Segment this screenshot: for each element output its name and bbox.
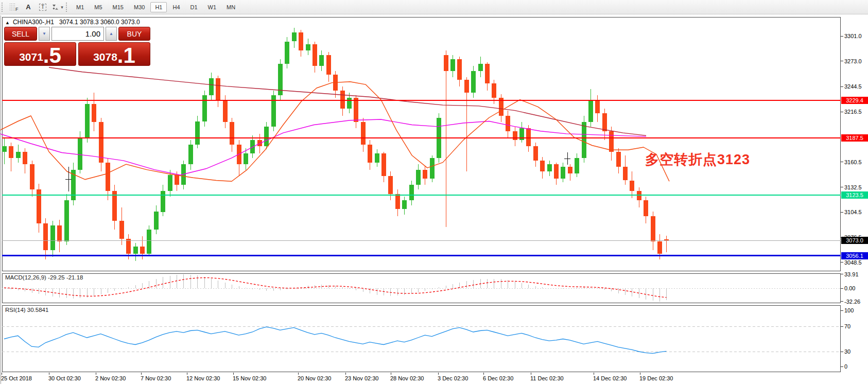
toolbar-grip[interactable]	[2, 3, 4, 12]
timeframe-button-H1[interactable]: H1	[150, 2, 167, 12]
bid-price-fraction: .5	[43, 46, 61, 65]
ohlc-readout: 3074.1 3078.3 3060.0 3073.0	[59, 19, 140, 26]
timeframe-button-M15[interactable]: M15	[108, 2, 128, 12]
timeframe-group: M1M5M15M30H1H4D1W1MN	[72, 2, 241, 12]
bid-price-box[interactable]: 3071.5	[4, 42, 76, 66]
text-box-icon: T	[39, 4, 46, 11]
lot-size-input[interactable]	[51, 27, 104, 41]
chart-text-annotation: 多空转折点3123	[645, 150, 750, 169]
chart-title: ▲CHINA300-,H13074.1 3078.3 3060.0 3073.0	[5, 19, 140, 26]
bid-price-main: 3071	[19, 51, 43, 65]
ask-price-fraction: .1	[117, 46, 135, 65]
sell-button[interactable]: SELL	[4, 27, 37, 41]
timeframe-button-H4[interactable]: H4	[168, 2, 184, 12]
svg-text:F: F	[15, 7, 19, 11]
lot-increase-button[interactable]: ▲	[106, 27, 117, 41]
text-label-button[interactable]: A	[22, 2, 35, 13]
ask-price-box[interactable]: 3078.1	[78, 42, 150, 66]
ask-price-main: 3078	[93, 51, 117, 65]
timeframe-button-W1[interactable]: W1	[203, 2, 221, 12]
chart-style-button[interactable]: ▾	[50, 2, 64, 13]
one-click-trading-widget: SELL ▼ ▲ BUY 3071.5 3078.1	[4, 27, 150, 66]
grid-f-icon: F	[9, 3, 19, 11]
timeframe-button-D1[interactable]: D1	[186, 2, 202, 12]
timeframe-button-MN[interactable]: MN	[222, 2, 240, 12]
chart-panels	[3, 18, 841, 372]
style-arrows-icon	[51, 4, 60, 11]
toolbar: F A T ▾ M1M5M15M30H1H4D1W1MN	[0, 0, 868, 14]
collapse-arrow-icon: ▲	[5, 20, 10, 25]
indicators-grid-button[interactable]: F	[7, 2, 21, 13]
timeframe-button-M30[interactable]: M30	[129, 2, 149, 12]
buy-button[interactable]: BUY	[118, 27, 150, 41]
toolbar-grip-2[interactable]	[66, 3, 68, 12]
timeframe-button-M5[interactable]: M5	[90, 2, 107, 12]
caret-down-icon: ▾	[61, 5, 63, 10]
lot-decrease-button[interactable]: ▼	[39, 27, 50, 41]
trading-platform-window: F A T ▾ M1M5M15M30H1H4D1W1MN ▲CHINA300-,…	[0, 0, 868, 385]
window-left-border	[1, 15, 1, 384]
rsi-indicator-label: RSI(14) 30.5841	[5, 307, 48, 313]
symbol-name: CHINA300-,H1	[13, 19, 54, 26]
timeframe-button-M1[interactable]: M1	[72, 2, 89, 12]
macd-indicator-label: MACD(12,26,9) -29.25 -21.18	[5, 274, 83, 281]
letter-a-icon: A	[26, 3, 30, 11]
text-box-button[interactable]: T	[36, 2, 49, 13]
